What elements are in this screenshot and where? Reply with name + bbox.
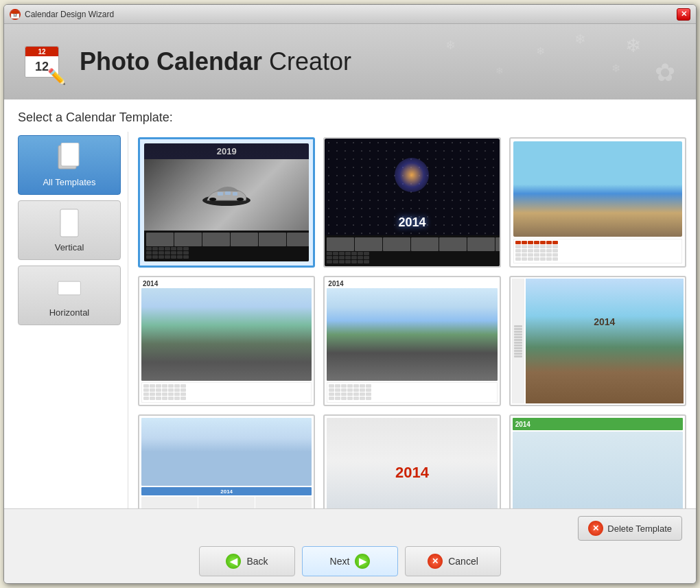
sidebar-item-vertical[interactable]: Vertical <box>18 200 121 260</box>
app-title: Photo Calendar Creator <box>80 47 351 76</box>
cancel-button[interactable]: ✕ Cancel <box>405 546 501 576</box>
sidebar-item-all-templates-label: All Templates <box>43 177 95 187</box>
template-item-coast[interactable] <box>509 137 686 268</box>
delete-icon: ✕ <box>588 521 603 536</box>
template-grid: 2019 <box>135 132 689 508</box>
template-item-space[interactable]: 2014 <box>323 137 500 268</box>
snowflake-2: ❄ <box>574 31 586 47</box>
svg-text:12: 12 <box>13 13 17 17</box>
svg-rect-4 <box>61 143 79 166</box>
svg-rect-12 <box>233 192 237 196</box>
delete-template-label: Delete Template <box>607 524 672 534</box>
template-item-partial3[interactable]: 2014 <box>509 414 686 508</box>
template-item-landscape[interactable]: 2014 <box>323 276 500 406</box>
section-title: Select a Calendar Template: <box>4 99 696 132</box>
content-body: All Templates Vertical Horizontal <box>4 132 696 508</box>
nav-row: ◀ Back Next ▶ ✕ Cancel <box>18 546 682 576</box>
svg-rect-8 <box>209 198 216 201</box>
svg-rect-10 <box>218 192 223 196</box>
svg-rect-6 <box>58 281 81 295</box>
snowflake-1: ❄ <box>625 34 641 57</box>
template-partial3-year: 2014 <box>515 421 530 428</box>
title-bar: 12 Calendar Design Wizard ✕ <box>4 5 696 24</box>
template-castle-year: 2014 <box>526 316 684 327</box>
template-landscape-year: 2014 <box>327 279 497 288</box>
snowflake-4: ✿ <box>655 58 675 87</box>
template-car-year: 2019 <box>144 143 309 159</box>
cancel-icon: ✕ <box>428 554 443 569</box>
snowflake-5: ❄ <box>611 62 620 75</box>
brush-icon: ✏️ <box>47 68 66 86</box>
app-title-bold: Photo Calendar <box>80 47 262 75</box>
snowflake-6: ❄ <box>495 65 504 76</box>
all-templates-icon <box>57 143 82 173</box>
svg-rect-9 <box>237 198 244 201</box>
app-title-light: Creator <box>262 47 351 75</box>
sidebar-item-horizontal[interactable]: Horizontal <box>18 266 121 325</box>
title-bar-app-icon: 12 <box>10 9 21 20</box>
sidebar-item-all-templates[interactable]: All Templates <box>18 135 121 195</box>
back-icon: ◀ <box>226 554 241 569</box>
template-item-partial1[interactable]: 2014 <box>138 414 315 508</box>
close-button[interactable]: ✕ <box>677 8 690 21</box>
snowflake-3: ❄ <box>536 45 545 58</box>
content-area: Select a Calendar Template: All Template… <box>4 99 696 508</box>
main-window: 12 Calendar Design Wizard ✕ 12 12 ✏️ Pho… <box>3 4 697 584</box>
back-button[interactable]: ◀ Back <box>199 546 295 576</box>
svg-rect-11 <box>225 191 231 195</box>
car-svg <box>199 181 254 209</box>
horizontal-icon <box>57 273 82 303</box>
snowflake-7: ❄ <box>445 38 456 53</box>
sidebar-item-vertical-label: Vertical <box>55 242 84 252</box>
next-icon: ▶ <box>355 554 370 569</box>
template-item-castle[interactable]: 2014 <box>509 276 686 406</box>
title-bar-text: Calendar Design Wizard <box>25 10 677 19</box>
sidebar: All Templates Vertical Horizontal <box>11 132 128 508</box>
calendar-icon-header: 12 <box>25 47 58 56</box>
template-item-partial2[interactable]: 2014 <box>323 414 500 508</box>
app-header: 12 12 ✏️ Photo Calendar Creator ❄ ❄ ❄ ✿ … <box>4 24 696 99</box>
template-space-year: 2014 <box>325 215 499 230</box>
delete-row: ✕ Delete Template <box>18 516 682 541</box>
template-partial1-year: 2014 <box>220 489 233 495</box>
footer: ✕ Delete Template ◀ Back Next ▶ ✕ Cancel <box>4 508 696 583</box>
template-partial2-year: 2014 <box>395 464 429 482</box>
delete-template-button[interactable]: ✕ Delete Template <box>578 516 682 541</box>
next-label: Next <box>330 556 350 567</box>
vertical-icon <box>57 208 82 238</box>
template-item-car[interactable]: 2019 <box>138 137 315 268</box>
back-label: Back <box>246 556 268 567</box>
next-button[interactable]: Next ▶ <box>302 546 398 576</box>
app-logo: 12 12 ✏️ <box>18 34 66 89</box>
template-mountain-year: 2014 <box>141 279 312 288</box>
sidebar-item-horizontal-label: Horizontal <box>49 307 90 318</box>
svg-rect-5 <box>60 209 78 237</box>
template-area: 2019 <box>128 132 689 508</box>
cancel-label: Cancel <box>448 556 478 567</box>
template-item-mountain-road[interactable]: 2014 <box>138 276 315 406</box>
